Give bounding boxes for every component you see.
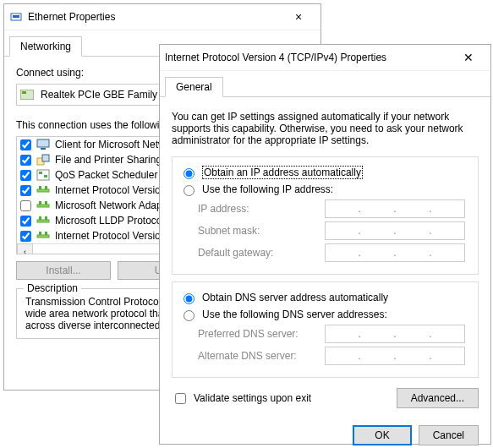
item-checkbox[interactable]	[20, 139, 31, 150]
item-label: File and Printer Sharing fo	[55, 154, 173, 166]
titlebar: Internet Protocol Version 4 (TCP/IPv4) P…	[160, 45, 490, 71]
ok-button[interactable]: OK	[353, 425, 411, 445]
svg-rect-18	[39, 216, 41, 220]
item-checkbox[interactable]	[20, 185, 31, 196]
intro-text: You can get IP settings assigned automat…	[172, 111, 479, 146]
item-checkbox[interactable]	[20, 155, 31, 166]
svg-rect-17	[37, 220, 49, 222]
validate-label: Validate settings upon exit	[194, 392, 311, 404]
item-checkbox[interactable]	[20, 170, 31, 181]
window-title: Ethernet Properties	[28, 11, 282, 23]
gateway-label: Default gateway:	[198, 247, 325, 259]
dns-auto-radio[interactable]	[184, 293, 194, 304]
ip-address-label: IP address:	[198, 203, 325, 215]
svg-rect-3	[22, 91, 26, 94]
cancel-button[interactable]: Cancel	[419, 425, 479, 445]
proto-icon	[36, 214, 50, 227]
dns-manual-label: Use the following DNS server addresses:	[202, 309, 387, 320]
share-icon	[36, 153, 50, 167]
ip-auto-label: Obtain an IP address automatically	[202, 166, 363, 179]
gateway-input: ...	[325, 243, 465, 262]
svg-rect-1	[13, 15, 19, 18]
svg-rect-4	[37, 139, 49, 147]
dialog-title: Internet Protocol Version 4 (TCP/IPv4) P…	[165, 52, 452, 63]
svg-rect-9	[39, 172, 42, 174]
ip-manual-radio[interactable]	[184, 185, 194, 196]
dns-auto-label: Obtain DNS server address automatically	[202, 292, 388, 303]
svg-rect-22	[45, 232, 47, 235]
proto-icon	[36, 229, 50, 243]
tabbar: General	[160, 71, 490, 97]
item-checkbox[interactable]	[20, 231, 31, 242]
alternate-dns-label: Alternate DNS server:	[198, 350, 325, 362]
dns-manual-radio[interactable]	[184, 310, 194, 321]
svg-rect-5	[41, 148, 46, 150]
item-label: Microsoft Network Adapte	[55, 199, 171, 211]
ip-manual-label: Use the following IP address:	[202, 183, 333, 195]
svg-rect-14	[37, 205, 49, 207]
svg-rect-19	[45, 216, 47, 220]
ipv4-properties-dialog: Internet Protocol Version 4 (TCP/IPv4) P…	[159, 44, 491, 445]
ip-address-input: ...	[325, 199, 465, 218]
sched-icon	[36, 168, 50, 182]
tab-general[interactable]: General	[165, 77, 223, 97]
adapter-name: Realtek PCIe GBE Family C	[41, 89, 167, 101]
svg-rect-2	[20, 90, 34, 100]
ethernet-icon	[9, 10, 23, 24]
svg-rect-7	[42, 155, 49, 161]
svg-rect-12	[39, 186, 41, 189]
item-checkbox[interactable]	[20, 200, 31, 211]
item-label: Microsoft LLDP Protocol	[55, 215, 164, 227]
svg-rect-16	[45, 201, 47, 205]
description-title: Description	[24, 282, 81, 294]
item-label: Internet Protocol Version	[55, 184, 166, 196]
subnet-mask-label: Subnet mask:	[198, 225, 325, 237]
item-checkbox[interactable]	[20, 216, 31, 227]
svg-rect-10	[44, 175, 47, 178]
titlebar: Ethernet Properties ×	[4, 4, 320, 30]
validate-checkbox[interactable]	[175, 393, 186, 404]
install-button[interactable]: Install...	[16, 261, 111, 280]
scroll-left-icon[interactable]: ‹	[17, 243, 33, 254]
svg-rect-11	[37, 189, 49, 192]
proto-icon	[36, 199, 50, 212]
item-label: Internet Protocol Version	[55, 230, 166, 242]
preferred-dns-label: Preferred DNS server:	[198, 328, 325, 340]
proto-icon	[36, 183, 50, 197]
alternate-dns-input: ...	[325, 347, 465, 365]
svg-rect-13	[45, 186, 47, 189]
close-icon[interactable]: ✕	[452, 51, 485, 64]
nic-icon	[20, 88, 34, 101]
close-icon[interactable]: ×	[282, 10, 315, 24]
ip-auto-radio[interactable]	[184, 168, 194, 179]
subnet-mask-input: ...	[325, 221, 465, 240]
preferred-dns-input: ...	[325, 325, 465, 343]
client-icon	[36, 138, 50, 151]
svg-rect-20	[37, 235, 49, 238]
svg-rect-15	[39, 201, 41, 205]
svg-rect-21	[39, 232, 41, 235]
advanced-button[interactable]: Advanced...	[397, 388, 479, 408]
tab-networking[interactable]: Networking	[9, 36, 82, 57]
item-label: QoS Packet Scheduler	[55, 169, 157, 181]
